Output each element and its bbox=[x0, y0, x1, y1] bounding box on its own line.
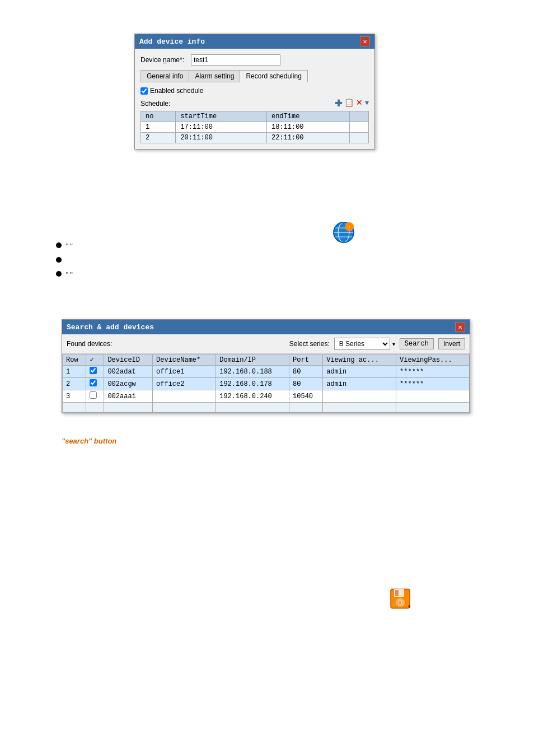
schedule-label: Schedule: bbox=[140, 100, 170, 108]
row1-no: 1 bbox=[141, 122, 176, 133]
row2-num: 2 bbox=[63, 378, 86, 390]
row1-extra bbox=[350, 122, 369, 133]
row2-starttime: 20:11:00 bbox=[176, 133, 267, 143]
enabled-schedule-row: Enabled schedule bbox=[140, 87, 369, 95]
row3-domainip: 192.168.0.240 bbox=[216, 390, 289, 403]
devices-table-container: Row ✓ DeviceID DeviceName* Domain/IP Por… bbox=[62, 354, 470, 413]
search-dialog-close-button[interactable]: ✕ bbox=[455, 322, 465, 332]
empty-cell-8 bbox=[396, 403, 470, 413]
col-deviceid: DeviceID bbox=[104, 354, 153, 366]
schedule-toolbar: ✚ 📋 ✕ ▾ bbox=[335, 98, 369, 109]
svg-text:↑: ↑ bbox=[348, 224, 351, 230]
row2-endtime: 22:11:00 bbox=[266, 133, 349, 143]
row3-devicename bbox=[153, 390, 216, 403]
row1-deviceid: 002adat bbox=[104, 366, 153, 378]
delete-schedule-icon[interactable]: ✕ bbox=[356, 98, 363, 109]
col-port: Port bbox=[289, 354, 323, 366]
row3-check[interactable] bbox=[86, 390, 104, 403]
row3-checkbox[interactable] bbox=[90, 391, 97, 399]
enabled-schedule-checkbox[interactable] bbox=[140, 87, 148, 95]
add-schedule-icon[interactable]: ✚ bbox=[335, 98, 342, 109]
tab-record-scheduling[interactable]: Record scheduling bbox=[240, 70, 307, 82]
enabled-schedule-label: Enabled schedule bbox=[150, 87, 203, 95]
empty-cell-5 bbox=[216, 403, 289, 413]
select-series-label: Select series: bbox=[289, 340, 330, 348]
schedule-row-1: 1 17:11:00 18:11:00 bbox=[141, 122, 369, 133]
search-add-devices-dialog: Search & add devices ✕ Found devices: Se… bbox=[62, 319, 470, 413]
row3-deviceid: 002aaai bbox=[104, 390, 153, 403]
row2-deviceid: 002acgw bbox=[104, 378, 153, 390]
row2-extra bbox=[350, 133, 369, 143]
bullet-1: " " bbox=[56, 241, 73, 253]
col-row: Row bbox=[63, 354, 86, 366]
bullet-3: " " bbox=[56, 269, 73, 282]
tabs-container: General info Alarm setting Record schedu… bbox=[140, 70, 369, 82]
bullets-section: " " " " bbox=[56, 241, 73, 283]
add-device-close-button[interactable]: ✕ bbox=[360, 36, 370, 46]
row3-port: 10540 bbox=[289, 390, 323, 403]
devices-table-header-row: Row ✓ DeviceID DeviceName* Domain/IP Por… bbox=[63, 354, 470, 366]
search-dialog-title: Search & add devices bbox=[67, 323, 154, 332]
series-select[interactable]: B Series bbox=[334, 338, 390, 350]
schedule-table: no startTime endTime 1 17:11:00 18:11:00… bbox=[140, 111, 369, 143]
col-endtime: endTime bbox=[266, 111, 349, 122]
col-viewingac: Viewing ac... bbox=[323, 354, 396, 366]
row2-no: 2 bbox=[141, 133, 176, 143]
col-domainip: Domain/IP bbox=[216, 354, 289, 366]
row1-check[interactable] bbox=[86, 366, 104, 378]
more-schedule-icon[interactable]: ▾ bbox=[365, 98, 369, 109]
row1-domainip: 192.168.0.188 bbox=[216, 366, 289, 378]
row1-port: 80 bbox=[289, 366, 323, 378]
col-extra bbox=[350, 111, 369, 122]
col-check: ✓ bbox=[86, 354, 104, 366]
found-devices-label: Found devices: bbox=[67, 340, 285, 348]
bullet-text-3: " " bbox=[66, 269, 73, 282]
disk-icon: ▾ bbox=[390, 588, 411, 609]
device-name-row: Device name*: bbox=[140, 54, 369, 66]
col-no: no bbox=[141, 111, 176, 122]
row1-starttime: 17:11:00 bbox=[176, 122, 267, 133]
row2-port: 80 bbox=[289, 378, 323, 390]
row2-viewingpas: ****** bbox=[396, 378, 470, 390]
row1-devicename: office1 bbox=[153, 366, 216, 378]
invert-button[interactable]: Invert bbox=[438, 338, 465, 349]
globe-icon: ↑ bbox=[332, 221, 355, 244]
schedule-row-2: 2 20:11:00 22:11:00 bbox=[141, 133, 369, 143]
bullet-2 bbox=[56, 255, 73, 263]
empty-cell-4 bbox=[153, 403, 216, 413]
svg-rect-10 bbox=[395, 590, 399, 596]
svg-point-12 bbox=[399, 601, 402, 604]
schedule-header: Schedule: ✚ 📋 ✕ ▾ bbox=[140, 98, 369, 109]
row1-checkbox[interactable] bbox=[90, 367, 97, 374]
devices-table: Row ✓ DeviceID DeviceName* Domain/IP Por… bbox=[62, 354, 470, 413]
col-viewingpas: ViewingPas... bbox=[396, 354, 470, 366]
row1-num: 1 bbox=[63, 366, 86, 378]
add-device-body: Device name*: General info Alarm setting… bbox=[135, 49, 374, 149]
dropdown-arrow-icon: ▾ bbox=[392, 341, 395, 347]
bullet-dot-1 bbox=[56, 242, 62, 248]
row2-domainip: 192.168.0.178 bbox=[216, 378, 289, 390]
device-row-empty bbox=[63, 403, 470, 413]
row2-check[interactable] bbox=[86, 378, 104, 390]
row2-viewingac: admin bbox=[323, 378, 396, 390]
tab-alarm-setting[interactable]: Alarm setting bbox=[189, 70, 240, 82]
row3-viewingpas bbox=[396, 390, 470, 403]
device-row-1: 1 002adat office1 192.168.0.188 80 admin… bbox=[63, 366, 470, 378]
row2-checkbox[interactable] bbox=[90, 379, 97, 386]
add-device-dialog: Add device info ✕ Device name*: General … bbox=[134, 34, 375, 150]
tab-general-info[interactable]: General info bbox=[140, 70, 189, 82]
edit-schedule-icon[interactable]: 📋 bbox=[344, 98, 354, 109]
col-devicename: DeviceName* bbox=[153, 354, 216, 366]
add-device-title: Add device info bbox=[139, 38, 205, 46]
bullet-dot-3 bbox=[56, 271, 62, 277]
empty-cell-7 bbox=[323, 403, 396, 413]
search-button[interactable]: Search bbox=[400, 338, 434, 349]
add-device-titlebar: Add device info ✕ bbox=[135, 34, 374, 49]
row1-viewingac: admin bbox=[323, 366, 396, 378]
search-toolbar-row: Found devices: Select series: B Series ▾… bbox=[62, 334, 470, 354]
device-name-input[interactable] bbox=[191, 54, 280, 66]
bullet-dot-2 bbox=[56, 257, 62, 263]
empty-cell-2 bbox=[86, 403, 104, 413]
col-starttime: startTime bbox=[176, 111, 267, 122]
device-name-label: Device name*: bbox=[140, 56, 191, 64]
